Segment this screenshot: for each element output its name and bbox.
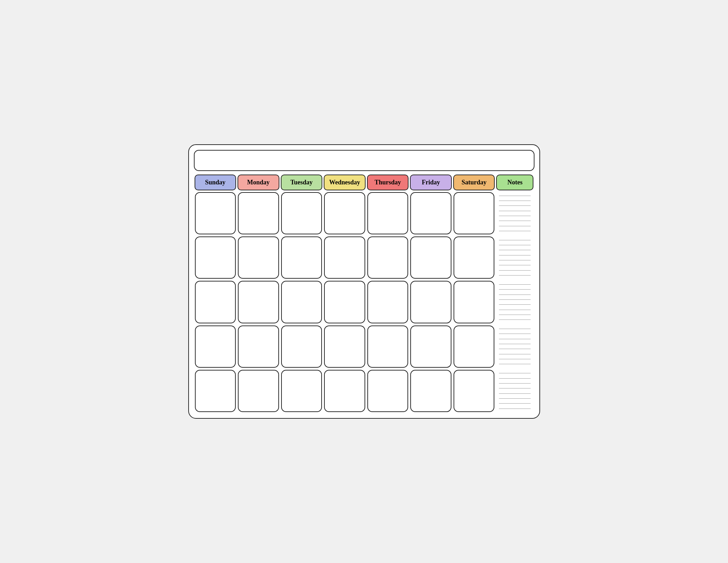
cell-r4-tue[interactable]	[281, 325, 322, 368]
cell-r2-thu[interactable]	[367, 236, 409, 279]
calendar-container: Sunday Monday Tuesday Wednesday Thursday…	[188, 144, 540, 419]
cell-r4-fri[interactable]	[410, 325, 451, 368]
cell-r5-wed[interactable]	[324, 370, 365, 412]
cell-r3-wed[interactable]	[324, 281, 365, 323]
notes-lines-r3[interactable]	[495, 280, 534, 324]
cell-r5-fri[interactable]	[410, 370, 451, 412]
cell-r5-thu[interactable]	[367, 370, 409, 412]
cell-r1-tue[interactable]	[281, 192, 322, 234]
cell-r3-tue[interactable]	[281, 281, 322, 323]
cell-r1-fri[interactable]	[410, 192, 451, 234]
header-tuesday: Tuesday	[281, 175, 323, 190]
title-bar[interactable]	[194, 150, 534, 171]
cell-r5-tue[interactable]	[281, 370, 322, 412]
cell-r1-mon[interactable]	[238, 192, 279, 234]
notes-lines-r5[interactable]	[495, 369, 534, 413]
calendar-grid: Sunday Monday Tuesday Wednesday Thursday…	[194, 174, 534, 413]
header-notes: Notes	[496, 175, 533, 190]
cell-r2-wed[interactable]	[324, 236, 365, 279]
notes-lines-r2[interactable]	[495, 235, 534, 280]
header-monday: Monday	[238, 175, 279, 190]
cell-r2-sun[interactable]	[195, 236, 236, 279]
cell-r2-fri[interactable]	[410, 236, 451, 279]
cell-r1-wed[interactable]	[324, 192, 365, 234]
cell-r3-mon[interactable]	[238, 281, 279, 323]
notes-lines-r1[interactable]	[495, 191, 534, 235]
header-thursday: Thursday	[367, 175, 409, 190]
notes-lines-r4[interactable]	[495, 324, 534, 369]
cell-r4-wed[interactable]	[324, 325, 365, 368]
cell-r3-thu[interactable]	[367, 281, 409, 323]
header-friday: Friday	[410, 175, 452, 190]
cell-r2-tue[interactable]	[281, 236, 322, 279]
cell-r5-sun[interactable]	[195, 370, 236, 412]
cell-r1-sat[interactable]	[454, 192, 495, 234]
cell-r1-sun[interactable]	[195, 192, 236, 234]
cell-r5-sat[interactable]	[454, 370, 495, 412]
cell-r2-mon[interactable]	[238, 236, 279, 279]
header-wednesday: Wednesday	[324, 175, 366, 190]
cell-r3-fri[interactable]	[410, 281, 451, 323]
cell-r2-sat[interactable]	[454, 236, 495, 279]
cell-r4-mon[interactable]	[238, 325, 279, 368]
header-sunday: Sunday	[195, 175, 236, 190]
cell-r3-sat[interactable]	[454, 281, 495, 323]
cell-r5-mon[interactable]	[238, 370, 279, 412]
cell-r4-thu[interactable]	[367, 325, 409, 368]
cell-r1-thu[interactable]	[367, 192, 409, 234]
cell-r3-sun[interactable]	[195, 281, 236, 323]
cell-r4-sat[interactable]	[454, 325, 495, 368]
cell-r4-sun[interactable]	[195, 325, 236, 368]
header-saturday: Saturday	[453, 175, 495, 190]
